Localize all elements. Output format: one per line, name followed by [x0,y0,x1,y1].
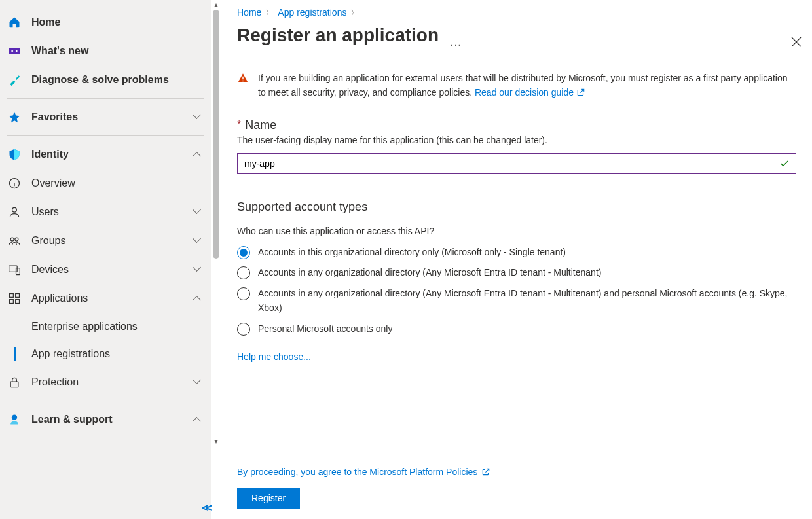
required-indicator: * [237,119,241,131]
info-icon [8,177,21,190]
sidebar-item-identity[interactable]: Identity [0,140,211,169]
sidebar-item-applications[interactable]: Applications [0,284,211,313]
sidebar-scroll: Home What's new Diagnose & solve problem… [0,8,211,514]
breadcrumb-home[interactable]: Home [237,7,261,18]
sidebar-item-label: Overview [31,177,75,189]
account-type-option-multitenant[interactable]: Accounts in any organizational directory… [237,266,796,280]
sidebar-item-label: App registrations [31,348,110,360]
svg-rect-17 [242,77,244,80]
sidebar-item-learn-support[interactable]: Learn & support [0,405,211,434]
scroll-thumb[interactable] [213,10,219,259]
sidebar-item-label: Devices [31,264,69,276]
lock-icon [8,376,21,389]
account-types-heading: Supported account types [237,200,796,214]
chevron-down-icon [191,112,202,122]
chevron-up-icon [191,149,202,160]
radio-label: Accounts in this organizational director… [258,245,566,260]
close-button[interactable] [788,34,804,50]
account-type-option-personal-only[interactable]: Personal Microsoft accounts only [237,322,796,336]
svg-rect-8 [16,268,20,275]
sidebar-item-users[interactable]: Users [0,198,211,226]
warning-icon [237,72,249,84]
svg-rect-18 [242,81,244,82]
sparkle-icon [8,45,21,58]
home-icon [8,16,21,29]
sidebar-item-home[interactable]: Home [0,8,211,37]
name-label: Name [245,118,276,132]
chevron-down-icon [191,236,202,246]
sidebar-item-groups[interactable]: Groups [0,226,211,255]
user-icon [8,206,21,219]
scroll-up-arrow[interactable]: ▴ [211,0,221,10]
page-title: Register an application [237,25,439,46]
sidebar-item-diagnose[interactable]: Diagnose & solve problems [0,65,211,94]
sidebar-item-label: Applications [31,293,88,304]
warning-decision-guide-link[interactable]: Read our decision guide [475,87,585,98]
svg-point-5 [10,238,14,241]
radio-label: Personal Microsoft accounts only [258,322,392,336]
sidebar: Home What's new Diagnose & solve problem… [0,0,211,519]
external-link-icon [576,88,585,97]
radio-icon [237,323,250,336]
chevron-down-icon [191,207,202,217]
sidebar-item-overview[interactable]: Overview [0,169,211,198]
sidebar-item-label: Favorites [31,111,78,123]
apps-icon [8,292,21,305]
link-text: By proceeding, you agree to the Microsof… [237,467,477,477]
breadcrumb: Home 〉 App registrations 〉 [237,7,796,18]
account-type-option-single-tenant[interactable]: Accounts in this organizational director… [237,245,796,260]
svg-rect-0 [9,48,20,54]
sidebar-item-enterprise-apps[interactable]: Enterprise applications [0,313,211,340]
sidebar-item-label: Protection [31,376,79,388]
svg-rect-13 [10,382,18,387]
sidebar-item-devices[interactable]: Devices [0,255,211,284]
svg-point-4 [12,207,17,212]
collapse-sidebar-button[interactable]: ≪ [202,501,213,514]
sidebar-item-label: Identity [31,149,69,160]
star-icon [8,111,21,124]
app-name-input[interactable] [237,153,796,174]
radio-icon [237,266,250,279]
breadcrumb-app-registrations[interactable]: App registrations [278,7,346,18]
help-me-choose-link[interactable]: Help me choose... [237,351,796,362]
external-link-icon [481,467,490,476]
platform-policies-link[interactable]: By proceeding, you agree to the Microsof… [237,467,490,477]
svg-rect-10 [16,294,20,298]
radio-label: Accounts in any organizational directory… [258,266,601,280]
groups-icon [8,234,21,247]
sidebar-item-label: Users [31,206,59,218]
chevron-down-icon [191,377,202,387]
sidebar-item-label: Home [31,16,60,28]
sidebar-divider [7,98,204,99]
sidebar-item-label: Learn & support [31,414,113,425]
sidebar-item-label: Diagnose & solve problems [31,74,169,86]
check-icon [779,158,790,169]
tools-icon [8,73,21,86]
sidebar-item-favorites[interactable]: Favorites [0,103,211,132]
footer: By proceeding, you agree to the Microsof… [237,457,796,519]
register-button[interactable]: Register [237,488,300,509]
sidebar-item-label: What's new [31,45,88,57]
radio-icon [237,287,250,300]
chevron-up-icon [191,293,202,304]
svg-rect-11 [10,300,14,304]
chevron-right-icon: 〉 [265,7,274,19]
account-type-option-multitenant-personal[interactable]: Accounts in any organizational directory… [237,287,796,315]
sidebar-item-label: Enterprise applications [31,321,138,332]
sidebar-item-protection[interactable]: Protection [0,368,211,397]
support-icon [8,413,21,426]
sidebar-item-whats-new[interactable]: What's new [0,37,211,65]
scroll-down-arrow[interactable]: ▾ [211,437,221,447]
svg-point-14 [12,415,17,420]
warning-text-container: If you are building an application for e… [258,71,796,100]
account-types-question: Who can use this application or access t… [237,226,796,236]
chevron-down-icon [191,264,202,275]
radio-icon [237,246,250,259]
more-actions-button[interactable]: ··· [451,40,462,50]
svg-point-6 [15,238,18,241]
name-help-text: The user-facing display name for this ap… [237,135,796,145]
sidebar-item-app-registrations[interactable]: App registrations [0,340,211,368]
name-label-row: * Name [237,118,796,132]
chevron-right-icon: 〉 [350,7,359,19]
sidebar-scrollbar[interactable]: ▴ ▾ [211,0,221,519]
